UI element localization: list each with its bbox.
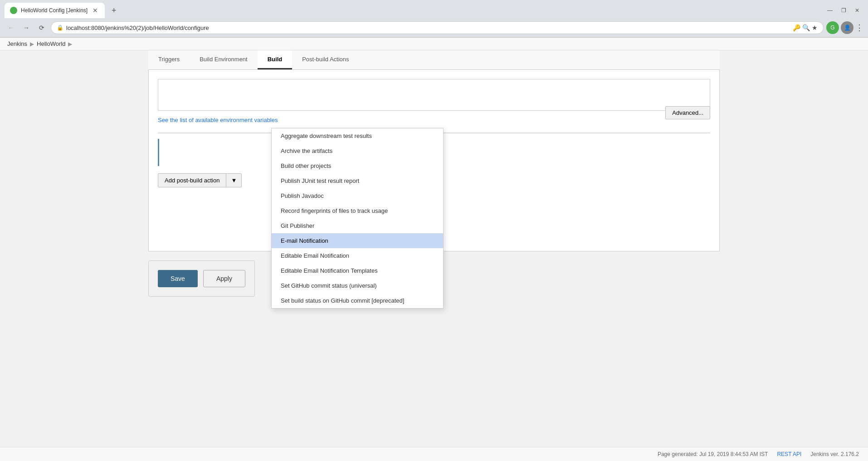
title-bar: HelloWorld Config [Jenkins] ✕ + — ❐ ✕ <box>0 0 868 18</box>
dropdown-item-0[interactable]: Aggregate downstream test results <box>272 128 443 143</box>
tab-triggers[interactable]: Triggers <box>148 50 190 69</box>
tab-favicon <box>10 7 17 14</box>
address-icons: 🔑 🔍 ★ <box>793 24 818 31</box>
apply-button[interactable]: Apply <box>203 270 245 287</box>
breadcrumb-sep2: ▶ <box>68 41 72 47</box>
add-post-build-action-button[interactable]: Add post-build action ▼ <box>158 173 242 187</box>
close-button[interactable]: ✕ <box>851 4 863 17</box>
tab-post-build-actions[interactable]: Post-build Actions <box>292 50 359 69</box>
save-button[interactable]: Save <box>158 270 198 287</box>
browser-tab[interactable]: HelloWorld Config [Jenkins] ✕ <box>5 3 105 18</box>
dropdown-item-10[interactable]: Set GitHub commit status (universal) <box>272 278 443 293</box>
browser-toolbar-icons: G 👤 ⋮ <box>826 21 863 34</box>
dropdown-item-6[interactable]: Git Publisher <box>272 218 443 233</box>
advanced-button[interactable]: Advanced... <box>665 106 710 119</box>
lock-icon: 🔒 <box>57 25 63 31</box>
dropdown-item-8[interactable]: Editable Email Notification <box>272 248 443 263</box>
add-postbuild-label: Add post-build action <box>158 174 226 187</box>
breadcrumb-helloworld[interactable]: HelloWorld <box>37 40 65 47</box>
breadcrumb-sep1: ▶ <box>30 41 34 47</box>
tab-title: HelloWorld Config [Jenkins] <box>21 7 88 14</box>
tab-close-button[interactable]: ✕ <box>91 6 99 15</box>
dropdown-item-7[interactable]: E-mail Notification <box>272 233 443 248</box>
env-vars-section: See the list of available environment va… <box>158 117 710 123</box>
dropdown-item-3[interactable]: Publish JUnit test result report <box>272 173 443 188</box>
breadcrumb-jenkins[interactable]: Jenkins <box>7 40 27 47</box>
dropdown-item-9[interactable]: Editable Email Notification Templates <box>272 263 443 278</box>
url-text: localhost:8080/jenkins%20(2)/job/HelloWo… <box>66 25 790 31</box>
window-controls: — ❐ ✕ <box>824 4 863 17</box>
post-build-dropdown: Aggregate downstream test resultsArchive… <box>271 128 444 309</box>
user-avatar[interactable]: 👤 <box>841 21 853 34</box>
minimize-button[interactable]: — <box>824 4 836 17</box>
back-button[interactable]: ← <box>5 21 17 34</box>
browser-chrome: HelloWorld Config [Jenkins] ✕ + — ❐ ✕ ← … <box>0 0 868 38</box>
bookmark-icon[interactable]: ★ <box>812 24 818 31</box>
zoom-icon: 🔍 <box>802 24 810 31</box>
env-vars-link[interactable]: See the list of available environment va… <box>158 117 278 123</box>
breadcrumb: Jenkins ▶ HelloWorld ▶ <box>0 38 868 50</box>
key-icon: 🔑 <box>793 24 800 31</box>
address-bar-row: ← → ⟳ 🔒 localhost:8080/jenkins%20(2)/job… <box>0 18 868 37</box>
dropdown-item-4[interactable]: Publish Javadoc <box>272 188 443 203</box>
dropdown-item-2[interactable]: Build other projects <box>272 158 443 173</box>
page-content: Triggers Build Environment Build Post-bu… <box>0 50 868 368</box>
content-wrapper: Triggers Build Environment Build Post-bu… <box>148 50 720 297</box>
add-postbuild-arrow-icon: ▼ <box>226 174 241 187</box>
tab-build[interactable]: Build <box>258 50 293 69</box>
dropdown-item-11[interactable]: Set build status on GitHub commit [depre… <box>272 293 443 308</box>
dropdown-item-5[interactable]: Record fingerprints of files to track us… <box>272 203 443 218</box>
profile-icon[interactable]: G <box>826 21 839 34</box>
maximize-button[interactable]: ❐ <box>837 4 850 17</box>
address-bar[interactable]: 🔒 localhost:8080/jenkins%20(2)/job/Hello… <box>51 21 824 34</box>
menu-icon[interactable]: ⋮ <box>855 23 863 33</box>
tab-build-environment[interactable]: Build Environment <box>190 50 258 69</box>
new-tab-button[interactable]: + <box>107 4 120 17</box>
save-area: Save Apply <box>148 260 255 297</box>
build-script-textarea[interactable] <box>158 79 710 111</box>
forward-button[interactable]: → <box>20 21 33 34</box>
config-area: See the list of available environment va… <box>148 70 720 251</box>
config-tabs: Triggers Build Environment Build Post-bu… <box>148 50 720 70</box>
dropdown-item-1[interactable]: Archive the artifacts <box>272 143 443 158</box>
reload-button[interactable]: ⟳ <box>35 21 48 34</box>
